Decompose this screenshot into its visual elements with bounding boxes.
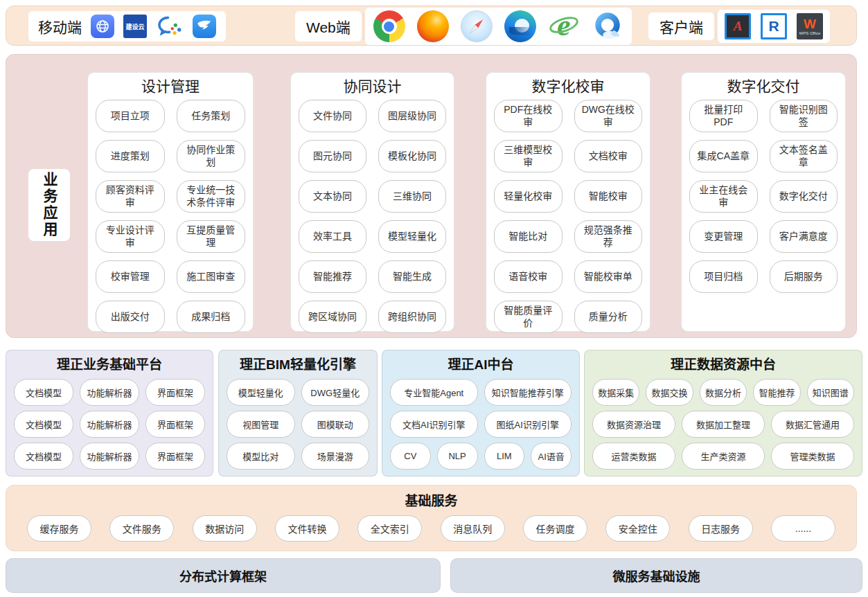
mobile-browser-icon <box>91 15 114 38</box>
platform-item: 图模联动 <box>301 411 370 438</box>
business-column-title: 协同设计 <box>299 77 446 98</box>
web-label-box: Web端 <box>295 11 362 42</box>
jiansheyun-icon: 建设云 <box>123 15 147 38</box>
platform-item: 文档模型 <box>14 443 73 470</box>
platform-block: 理正数据资源中台数据采集数据交换数据分析智能推荐知识图谱数据资源治理数据加工整理… <box>584 350 862 476</box>
platform-item: 图纸AI识别引擎 <box>484 411 572 438</box>
platform-row: 运营类数据生产类资源管理类数据 <box>592 443 854 470</box>
business-item: DWG在线校审 <box>574 100 643 132</box>
platform-item: 数据资源治理 <box>592 411 675 438</box>
platform-item: 文档模型 <box>14 379 73 406</box>
business-column-title: 数字化交付 <box>689 77 838 98</box>
microservices-infra-bar: 微服务基础设施 <box>450 558 862 593</box>
business-item: 轻量化校审 <box>494 180 563 213</box>
platform-rows: 模型轻量化DWG轻量化视图管理图模联动模型比对场景漫游 <box>227 379 369 470</box>
distributed-computing-bar: 分布式计算框架 <box>6 558 441 593</box>
edge-icon <box>504 10 536 42</box>
platform-item: 运营类数据 <box>592 443 675 470</box>
business-item: 客户满意度 <box>770 220 838 253</box>
revit-icon: R <box>761 13 787 39</box>
platform-block: 理正业务基础平台文档模型功能解析器界面框架文档模型功能解析器界面框架文档模型功能… <box>6 350 213 476</box>
business-item: 校审管理 <box>96 260 165 293</box>
platform-item: 生产类资源 <box>682 443 765 470</box>
platform-item: 模型轻量化 <box>227 379 295 406</box>
dingtalk-icon <box>193 15 216 38</box>
business-item: 文件协同 <box>299 100 366 132</box>
platform-item: 数据汇管通用 <box>771 411 854 438</box>
basic-services-title: 基础服务 <box>27 490 835 509</box>
business-item: 模板化协同 <box>378 140 446 172</box>
business-item: 互提质量管理 <box>177 220 246 253</box>
business-item: 智能识别图签 <box>770 100 838 132</box>
platform-item: 界面框架 <box>145 379 205 406</box>
platform-row: 数据资源治理数据加工整理数据汇管通用 <box>592 411 854 438</box>
business-column: 数字化校审PDF在线校审DWG在线校审三维模型校审文档校审轻量化校审智能校审智能… <box>486 72 650 332</box>
platform-rows: 专业智能Agent知识智能推荐引擎文档AI识别引擎图纸AI识别引擎CVNLPLI… <box>390 379 572 470</box>
platform-item: 视图管理 <box>227 411 295 438</box>
service-item: 全文索引 <box>357 515 422 542</box>
platform-item: 文档AI识别引擎 <box>390 411 478 438</box>
business-item: 文本签名盖章 <box>770 140 838 172</box>
divider <box>363 12 364 40</box>
platform-title: 理正AI中台 <box>390 356 572 375</box>
web-label: Web端 <box>306 16 351 37</box>
business-item: 顾客资料评审 <box>96 180 165 213</box>
platform-item: 数据分析 <box>700 379 747 406</box>
business-application-section: 业务应用 设计管理项目立项任务策划进度策划协同作业策划顾客资料评审专业统一技术条… <box>6 54 857 338</box>
platform-row: CVNLPLIMAI语音 <box>390 443 572 470</box>
business-item: 模型轻量化 <box>378 220 446 253</box>
business-column-title: 数字化校审 <box>494 77 642 98</box>
jiansheyun-text: 建设云 <box>125 22 144 31</box>
platform-item: 专业智能Agent <box>390 379 478 406</box>
business-column-title: 设计管理 <box>96 77 245 98</box>
business-item: 出版交付 <box>96 301 165 333</box>
business-column: 设计管理项目立项任务策划进度策划协同作业策划顾客资料评审专业统一技术条件评审专业… <box>87 72 254 332</box>
platform-item: CV <box>390 443 431 470</box>
platform-row: 模型轻量化DWG轻量化 <box>227 379 369 406</box>
platform-item: 数据加工整理 <box>682 411 765 438</box>
basic-services-section: 基础服务 缓存服务文件服务数据访问文件转换全文索引消息队列任务调度安全控住日志服… <box>6 485 857 551</box>
wps-icon: W WPS Office <box>797 13 823 39</box>
business-item: 批量打印PDF <box>689 100 758 132</box>
business-item: 任务策划 <box>177 100 246 132</box>
platform-item: NLP <box>437 443 478 470</box>
firefox-icon <box>417 10 449 42</box>
platform-item: 功能解析器 <box>80 379 139 406</box>
business-item: 业主在线会审 <box>689 180 758 213</box>
business-item: 图层级协同 <box>378 100 446 132</box>
divider <box>716 12 716 40</box>
business-item: 专业统一技术条件评审 <box>177 180 246 213</box>
platform-row: 视图管理图模联动 <box>227 411 369 438</box>
microservices-infra-label: 微服务基础设施 <box>613 567 700 585</box>
business-column-items: 项目立项任务策划进度策划协同作业策划顾客资料评审专业统一技术条件评审专业设计评审… <box>96 100 245 333</box>
business-item: 图元协同 <box>299 140 366 172</box>
business-item: 后期服务 <box>770 260 838 293</box>
business-item: 语音校审 <box>494 260 563 293</box>
business-column: 协同设计文件协同图层级协同图元协同模板化协同文本协同三维协同效率工具模型轻量化智… <box>290 72 454 332</box>
platform-item: 数据交换 <box>646 379 693 406</box>
business-column: 数字化交付批量打印PDF智能识别图签集成CA盖章文本签名盖章业主在线会审数字化交… <box>681 72 846 332</box>
business-item: 智能校审 <box>574 180 643 213</box>
autocad-letter: A <box>734 19 743 34</box>
business-item: 跨区域协同 <box>299 301 366 333</box>
business-column-items: 文件协同图层级协同图元协同模板化协同文本协同三维协同效率工具模型轻量化智能推荐智… <box>299 100 446 333</box>
platform-item: 功能解析器 <box>80 443 139 470</box>
business-item: 三维协同 <box>378 180 446 213</box>
platform-title: 理正业务基础平台 <box>14 356 205 375</box>
business-item: 集成CA盖章 <box>689 140 758 172</box>
platform-block: 理正AI中台专业智能Agent知识智能推荐引擎文档AI识别引擎图纸AI识别引擎C… <box>382 350 580 476</box>
web-icons-box: e <box>365 8 632 45</box>
platform-block: 理正BIM轻量化引擎模型轻量化DWG轻量化视图管理图模联动模型比对场景漫游 <box>218 350 378 476</box>
business-item: 文档校审 <box>574 140 643 172</box>
ie-icon: e <box>548 10 580 42</box>
safari-icon <box>461 10 493 42</box>
client-group: 客户端 A R W WPS Office <box>648 11 830 42</box>
business-column-items: 批量打印PDF智能识别图签集成CA盖章文本签名盖章业主在线会审数字化交付变更管理… <box>689 100 838 293</box>
qq-browser-icon <box>592 10 623 42</box>
platform-row: 专业智能Agent知识智能推荐引擎 <box>390 379 572 406</box>
service-item: 安全控住 <box>605 515 670 542</box>
platform-rows: 数据采集数据交换数据分析智能推荐知识图谱数据资源治理数据加工整理数据汇管通用运营… <box>592 379 854 470</box>
business-item: 数字化交付 <box>770 180 838 213</box>
service-item: 消息队列 <box>441 515 505 542</box>
business-item: 跨组织协同 <box>378 301 446 333</box>
